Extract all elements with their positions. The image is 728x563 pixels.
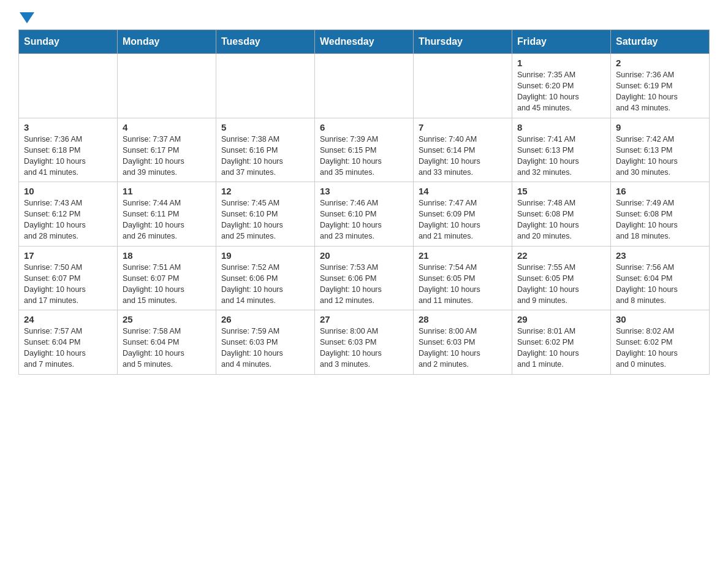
day-header-wednesday: Wednesday — [315, 30, 414, 54]
day-number: 2 — [616, 58, 704, 68]
day-number: 23 — [616, 250, 704, 261]
day-info: Sunrise: 7:35 AM Sunset: 6:20 PM Dayligh… — [517, 69, 605, 114]
day-number: 17 — [24, 250, 112, 261]
page-header — [18, 12, 710, 23]
day-header-thursday: Thursday — [414, 30, 512, 54]
day-info: Sunrise: 7:53 AM Sunset: 6:06 PM Dayligh… — [320, 262, 408, 307]
day-header-saturday: Saturday — [611, 30, 710, 54]
day-info: Sunrise: 7:51 AM Sunset: 6:07 PM Dayligh… — [123, 262, 211, 307]
day-info: Sunrise: 7:45 AM Sunset: 6:10 PM Dayligh… — [221, 197, 309, 242]
calendar-header-row: SundayMondayTuesdayWednesdayThursdayFrid… — [19, 30, 710, 54]
calendar-cell: 8Sunrise: 7:41 AM Sunset: 6:13 PM Daylig… — [512, 118, 611, 182]
calendar-cell: 30Sunrise: 8:02 AM Sunset: 6:02 PM Dayli… — [611, 310, 710, 375]
day-number: 18 — [123, 250, 211, 261]
day-number: 1 — [517, 58, 605, 68]
day-number: 30 — [616, 314, 704, 324]
day-info: Sunrise: 7:48 AM Sunset: 6:08 PM Dayligh… — [517, 197, 605, 242]
calendar-cell: 22Sunrise: 7:55 AM Sunset: 6:05 PM Dayli… — [512, 246, 611, 310]
day-number: 20 — [320, 250, 408, 261]
day-number: 10 — [24, 186, 112, 196]
calendar-cell: 18Sunrise: 7:51 AM Sunset: 6:07 PM Dayli… — [118, 246, 216, 310]
calendar-cell: 10Sunrise: 7:43 AM Sunset: 6:12 PM Dayli… — [19, 182, 118, 247]
day-number: 4 — [123, 122, 211, 132]
calendar-week-2: 3Sunrise: 7:36 AM Sunset: 6:18 PM Daylig… — [19, 118, 710, 182]
day-number: 27 — [320, 314, 408, 324]
calendar-cell: 7Sunrise: 7:40 AM Sunset: 6:14 PM Daylig… — [414, 118, 512, 182]
day-number: 8 — [517, 122, 605, 132]
calendar-cell: 16Sunrise: 7:49 AM Sunset: 6:08 PM Dayli… — [611, 182, 710, 247]
day-info: Sunrise: 8:01 AM Sunset: 6:02 PM Dayligh… — [517, 326, 605, 370]
day-number: 21 — [419, 250, 507, 261]
calendar-cell: 28Sunrise: 8:00 AM Sunset: 6:03 PM Dayli… — [414, 310, 512, 375]
calendar-cell: 26Sunrise: 7:59 AM Sunset: 6:03 PM Dayli… — [216, 310, 315, 375]
day-info: Sunrise: 8:02 AM Sunset: 6:02 PM Dayligh… — [616, 326, 704, 370]
calendar-cell — [19, 54, 118, 118]
calendar-cell: 9Sunrise: 7:42 AM Sunset: 6:13 PM Daylig… — [611, 118, 710, 182]
calendar-week-3: 10Sunrise: 7:43 AM Sunset: 6:12 PM Dayli… — [19, 182, 710, 247]
day-number: 11 — [123, 186, 211, 196]
calendar-cell: 13Sunrise: 7:46 AM Sunset: 6:10 PM Dayli… — [315, 182, 414, 247]
day-header-friday: Friday — [512, 30, 611, 54]
calendar-week-4: 17Sunrise: 7:50 AM Sunset: 6:07 PM Dayli… — [19, 246, 710, 310]
day-info: Sunrise: 7:44 AM Sunset: 6:11 PM Dayligh… — [123, 197, 211, 242]
logo — [18, 12, 34, 23]
day-number: 7 — [419, 122, 507, 132]
calendar-cell: 5Sunrise: 7:38 AM Sunset: 6:16 PM Daylig… — [216, 118, 315, 182]
calendar-cell: 21Sunrise: 7:54 AM Sunset: 6:05 PM Dayli… — [414, 246, 512, 310]
day-number: 19 — [221, 250, 309, 261]
calendar-cell — [315, 54, 414, 118]
day-number: 6 — [320, 122, 408, 132]
day-number: 26 — [221, 314, 309, 324]
day-info: Sunrise: 7:56 AM Sunset: 6:04 PM Dayligh… — [616, 262, 704, 307]
day-info: Sunrise: 7:40 AM Sunset: 6:14 PM Dayligh… — [419, 134, 507, 178]
day-info: Sunrise: 7:54 AM Sunset: 6:05 PM Dayligh… — [419, 262, 507, 307]
calendar-cell: 3Sunrise: 7:36 AM Sunset: 6:18 PM Daylig… — [19, 118, 118, 182]
day-number: 16 — [616, 186, 704, 196]
calendar-cell: 4Sunrise: 7:37 AM Sunset: 6:17 PM Daylig… — [118, 118, 216, 182]
calendar-cell: 19Sunrise: 7:52 AM Sunset: 6:06 PM Dayli… — [216, 246, 315, 310]
calendar-cell: 1Sunrise: 7:35 AM Sunset: 6:20 PM Daylig… — [512, 54, 611, 118]
day-number: 12 — [221, 186, 309, 196]
day-info: Sunrise: 7:41 AM Sunset: 6:13 PM Dayligh… — [517, 134, 605, 178]
calendar-cell: 24Sunrise: 7:57 AM Sunset: 6:04 PM Dayli… — [19, 310, 118, 375]
calendar-cell: 17Sunrise: 7:50 AM Sunset: 6:07 PM Dayli… — [19, 246, 118, 310]
day-info: Sunrise: 8:00 AM Sunset: 6:03 PM Dayligh… — [320, 326, 408, 370]
day-info: Sunrise: 7:47 AM Sunset: 6:09 PM Dayligh… — [419, 197, 507, 242]
calendar-table: SundayMondayTuesdayWednesdayThursdayFrid… — [18, 29, 710, 375]
day-info: Sunrise: 7:37 AM Sunset: 6:17 PM Dayligh… — [123, 134, 211, 178]
calendar-body: 1Sunrise: 7:35 AM Sunset: 6:20 PM Daylig… — [19, 54, 710, 375]
day-number: 13 — [320, 186, 408, 196]
day-number: 14 — [419, 186, 507, 196]
calendar-cell: 27Sunrise: 8:00 AM Sunset: 6:03 PM Dayli… — [315, 310, 414, 375]
day-info: Sunrise: 7:59 AM Sunset: 6:03 PM Dayligh… — [221, 326, 309, 370]
calendar-cell: 20Sunrise: 7:53 AM Sunset: 6:06 PM Dayli… — [315, 246, 414, 310]
calendar-cell — [216, 54, 315, 118]
day-number: 3 — [24, 122, 112, 132]
day-info: Sunrise: 7:52 AM Sunset: 6:06 PM Dayligh… — [221, 262, 309, 307]
day-info: Sunrise: 7:57 AM Sunset: 6:04 PM Dayligh… — [24, 326, 112, 370]
calendar-cell: 2Sunrise: 7:36 AM Sunset: 6:19 PM Daylig… — [611, 54, 710, 118]
day-info: Sunrise: 7:55 AM Sunset: 6:05 PM Dayligh… — [517, 262, 605, 307]
day-info: Sunrise: 7:50 AM Sunset: 6:07 PM Dayligh… — [24, 262, 112, 307]
calendar-cell: 23Sunrise: 7:56 AM Sunset: 6:04 PM Dayli… — [611, 246, 710, 310]
day-info: Sunrise: 7:43 AM Sunset: 6:12 PM Dayligh… — [24, 197, 112, 242]
calendar-cell: 29Sunrise: 8:01 AM Sunset: 6:02 PM Dayli… — [512, 310, 611, 375]
calendar-week-5: 24Sunrise: 7:57 AM Sunset: 6:04 PM Dayli… — [19, 310, 710, 375]
day-number: 5 — [221, 122, 309, 132]
day-number: 24 — [24, 314, 112, 324]
day-info: Sunrise: 7:38 AM Sunset: 6:16 PM Dayligh… — [221, 134, 309, 178]
day-header-tuesday: Tuesday — [216, 30, 315, 54]
day-info: Sunrise: 7:39 AM Sunset: 6:15 PM Dayligh… — [320, 134, 408, 178]
calendar-cell: 12Sunrise: 7:45 AM Sunset: 6:10 PM Dayli… — [216, 182, 315, 247]
calendar-cell: 14Sunrise: 7:47 AM Sunset: 6:09 PM Dayli… — [414, 182, 512, 247]
day-info: Sunrise: 7:49 AM Sunset: 6:08 PM Dayligh… — [616, 197, 704, 242]
day-number: 25 — [123, 314, 211, 324]
day-header-monday: Monday — [118, 30, 216, 54]
logo-triangle-icon — [20, 12, 34, 23]
calendar-cell: 6Sunrise: 7:39 AM Sunset: 6:15 PM Daylig… — [315, 118, 414, 182]
calendar-cell — [414, 54, 512, 118]
day-number: 15 — [517, 186, 605, 196]
calendar-week-1: 1Sunrise: 7:35 AM Sunset: 6:20 PM Daylig… — [19, 54, 710, 118]
day-info: Sunrise: 7:42 AM Sunset: 6:13 PM Dayligh… — [616, 134, 704, 178]
day-number: 9 — [616, 122, 704, 132]
